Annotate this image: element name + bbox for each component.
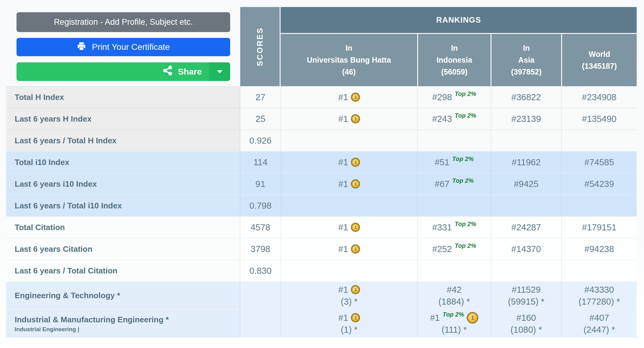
rank-cell-indonesia: #1Top 2%1(111) * <box>417 310 491 338</box>
rank-value-line: #407 <box>589 312 609 324</box>
rank-cell-asia: #160(1080) * <box>491 310 561 338</box>
rank-cell-indonesia <box>417 260 491 281</box>
table-body: Total H Index 27 #11#298Top 2%#36822#234… <box>6 86 637 338</box>
rank-value: #42 <box>447 284 462 296</box>
top-2-percent-badge: Top 2% <box>452 153 474 165</box>
table-row: Last 6 years / Total Citation 0.830 <box>6 260 637 281</box>
row-label-cell: Last 6 years / Total Citation <box>6 260 240 281</box>
rank-value-line: #252Top 2% <box>432 243 476 255</box>
column-header-indonesia: InIndonesia(56059) <box>417 34 491 86</box>
rank-cell-world: #74585 <box>561 151 637 173</box>
rank-cell-asia <box>491 260 561 281</box>
row-label: Last 6 years H Index <box>15 114 91 124</box>
row-label: Last 6 years / Total i10 Index <box>15 201 122 211</box>
score-cell <box>240 281 281 310</box>
rank-cell-asia: #36822 <box>491 86 561 108</box>
rank-cell-university: #11(1) * <box>281 310 417 338</box>
score-cell <box>240 310 281 338</box>
rank-value-line: #243Top 2% <box>432 113 476 125</box>
rank-value: #1 <box>338 284 348 296</box>
rank-value-line: #160 <box>516 312 536 324</box>
rank-value: #74585 <box>584 156 614 168</box>
rank-value: #331 <box>432 222 452 233</box>
rank-cell-indonesia: #243Top 2% <box>417 108 491 130</box>
gold-medal-icon: 1 <box>467 312 478 324</box>
column-header-line: (56059) <box>441 66 467 78</box>
rank-value-line: #1Top 2%1 <box>430 312 479 324</box>
scores-column-header: SCORES <box>240 7 281 86</box>
rank-subvalue: (1) * <box>341 324 358 336</box>
table-row: Last 6 years / Total H Index 0.926 <box>6 130 637 151</box>
score-cell: 3798 <box>240 238 281 260</box>
rank-value: #36822 <box>511 91 541 103</box>
table-header: SCORES RANKINGS InUniversitas Bung Hatta… <box>6 7 637 86</box>
rank-value-line: #51Top 2% <box>435 156 474 168</box>
rank-value-line: #11962 <box>512 156 541 168</box>
score-cell: 0.830 <box>240 260 281 281</box>
table-row: Total Citation 4578 #11#331Top 2%#24287#… <box>6 216 637 238</box>
rank-value: #1 <box>338 178 348 190</box>
column-header-line: (397852) <box>511 66 542 78</box>
rank-value-line: #11 <box>338 312 360 324</box>
column-header-line: In <box>523 42 530 54</box>
column-header-line: Asia <box>518 54 535 66</box>
top-2-percent-badge: Top 2% <box>455 88 476 100</box>
column-header-line: (46) <box>342 66 355 78</box>
rank-cell-indonesia: #331Top 2% <box>417 216 491 238</box>
row-label-cell: Last 6 years Citation <box>6 238 240 260</box>
column-header-line: Universitas Bung Hatta <box>307 54 391 66</box>
rank-value-line: #234908 <box>582 91 616 103</box>
header-spacer <box>6 7 240 86</box>
rank-cell-world <box>561 130 637 151</box>
rank-value: #135490 <box>582 113 616 125</box>
score-cell: 91 <box>240 173 281 195</box>
column-header-university: InUniversitas Bung Hatta(46) <box>281 34 417 86</box>
rank-value-line: #43330 <box>584 284 614 296</box>
rank-cell-asia: #14370 <box>491 238 561 260</box>
rank-value: #1 <box>338 156 348 168</box>
rank-value-line: #11 <box>338 284 360 296</box>
row-label-cell: Engineering & Technology * <box>6 281 240 310</box>
row-label-cell: Last 6 years / Total i10 Index <box>6 195 240 216</box>
rank-subvalue: (2447) * <box>583 324 615 336</box>
rank-cell-world: #94238 <box>561 238 637 260</box>
rank-subvalue: (59915) * <box>508 296 544 308</box>
row-label: Last 6 years / Total Citation <box>15 266 117 276</box>
rank-cell-university: #11(3) * <box>281 281 417 310</box>
rank-value-line: #14370 <box>511 243 541 255</box>
rank-cell-indonesia: #42(1884) * <box>417 281 491 310</box>
row-label: Last 6 years / Total H Index <box>15 136 116 145</box>
rank-value-line: #74585 <box>584 156 614 168</box>
column-header-world: World(1345187) <box>561 34 637 86</box>
row-label-cell: Last 6 years i10 Index <box>6 173 240 195</box>
rank-cell-asia: #23139 <box>491 108 561 130</box>
rank-value-line: #24287 <box>511 222 541 233</box>
score-cell: 27 <box>240 86 281 108</box>
rank-cell-university: #11 <box>281 216 417 238</box>
rank-subvalue: (111) * <box>442 324 467 336</box>
table-row: Total H Index 27 #11#298Top 2%#36822#234… <box>6 86 637 108</box>
rank-cell-asia: #9425 <box>491 173 561 195</box>
table-row: Last 6 years i10 Index 91 #11#67Top 2%#9… <box>6 173 637 195</box>
rank-cell-world: #234908 <box>561 86 637 108</box>
column-header-line: (1345187) <box>582 60 617 72</box>
rank-value: #160 <box>516 312 536 324</box>
table-row: Total i10 Index 114 #11#51Top 2%#11962#7… <box>6 151 637 173</box>
rank-value-line: #11 <box>338 91 360 103</box>
rank-cell-world: #54239 <box>561 173 637 195</box>
row-label-cell: Total H Index <box>6 86 240 108</box>
top-2-percent-badge: Top 2% <box>455 218 476 230</box>
rank-cell-university: #11 <box>281 238 417 260</box>
row-label: Last 6 years i10 Index <box>15 179 97 189</box>
rank-cell-world: #43330(177280) * <box>561 281 637 310</box>
row-label: Engineering & Technology * <box>15 291 120 300</box>
gold-medal-icon: 1 <box>351 285 360 294</box>
rank-cell-university: #11 <box>281 151 417 173</box>
rank-cell-indonesia: #298Top 2% <box>417 86 491 108</box>
row-label-cell: Industrial & Manufacturing Engineering *… <box>6 310 240 338</box>
gold-medal-icon: 1 <box>351 223 360 232</box>
score-cell: 0.798 <box>240 195 281 216</box>
rank-cell-world: #407(2447) * <box>561 310 637 338</box>
rank-subvalue: (177280) * <box>579 296 620 308</box>
top-2-percent-badge: Top 2% <box>455 240 476 252</box>
